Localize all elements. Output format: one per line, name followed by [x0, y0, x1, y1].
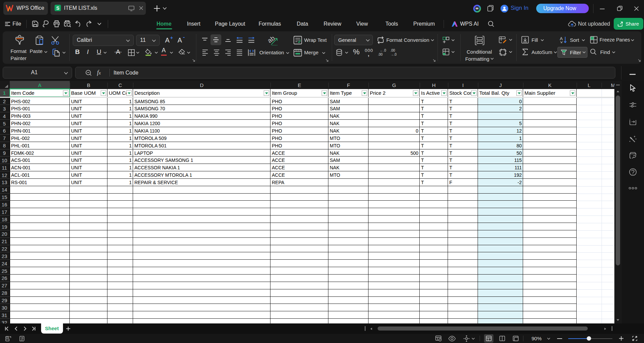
svg-text:.00: .00 — [390, 49, 395, 52]
svg-text:→.0: →.0 — [390, 53, 397, 56]
svg-text:VB: VB — [6, 336, 9, 339]
svg-text:.00: .00 — [378, 53, 383, 56]
svg-text:←.0: ←.0 — [380, 49, 386, 52]
svg-text:A: A — [560, 36, 563, 41]
